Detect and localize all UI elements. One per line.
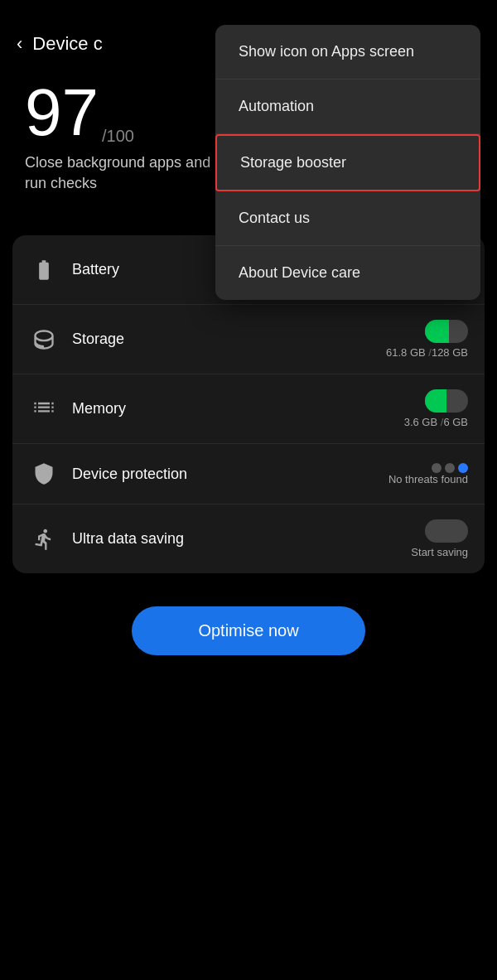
- dropdown-item-contact-us[interactable]: Contact us: [215, 191, 480, 246]
- dropdown-overlay: Show icon on Apps screen Automation Stor…: [0, 0, 497, 980]
- dropdown-item-show-icon[interactable]: Show icon on Apps screen: [215, 25, 480, 80]
- dropdown-item-automation[interactable]: Automation: [215, 80, 480, 134]
- dropdown-item-about-device-care[interactable]: About Device care: [215, 246, 480, 300]
- dropdown-menu: Show icon on Apps screen Automation Stor…: [215, 25, 480, 300]
- dropdown-item-storage-booster[interactable]: Storage booster: [215, 134, 480, 191]
